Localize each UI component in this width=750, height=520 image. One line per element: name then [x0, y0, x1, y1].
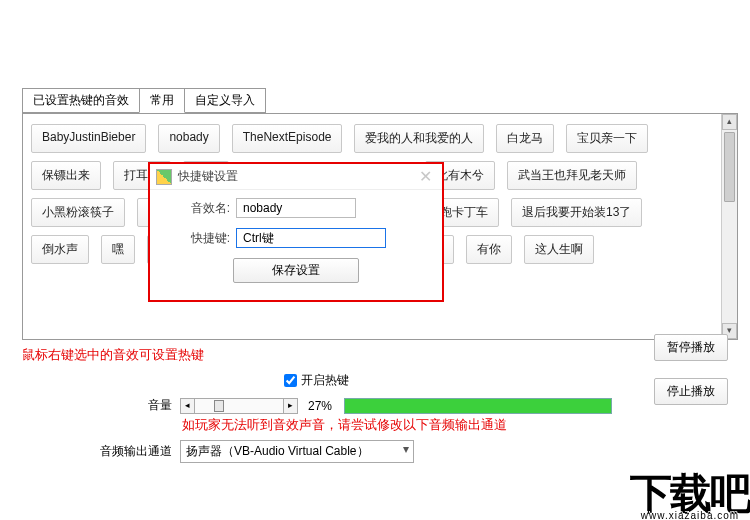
- save-button[interactable]: 保存设置: [233, 258, 359, 283]
- volume-label: 音量: [148, 397, 172, 414]
- hint-rightclick: 鼠标右键选中的音效可设置热键: [22, 346, 738, 364]
- enable-hotkey-label: 开启热键: [301, 372, 349, 389]
- sound-effect-button[interactable]: 武当王也拜见老天师: [507, 161, 637, 190]
- hint-audio-output: 如玩家无法听到音效声音，请尝试修改以下音频输出通道: [182, 416, 738, 434]
- app-icon: [156, 169, 172, 185]
- sound-effect-button[interactable]: 白龙马: [496, 124, 554, 153]
- soundname-label: 音效名:: [164, 200, 230, 217]
- sound-effect-button[interactable]: 退后我要开始装13了: [511, 198, 642, 227]
- tab-bar: 已设置热键的音效 常用 自定义导入: [22, 88, 738, 114]
- dialog-title: 快捷键设置: [178, 168, 238, 185]
- sound-effect-button[interactable]: 宝贝亲一下: [566, 124, 648, 153]
- stop-button[interactable]: 停止播放: [654, 378, 728, 405]
- hotkey-label: 快捷键:: [164, 230, 230, 247]
- scroll-up[interactable]: ▴: [722, 114, 737, 130]
- hotkey-dialog: 快捷键设置 ✕ 音效名: 快捷键: 保存设置: [148, 162, 444, 302]
- sound-effect-button[interactable]: 保镖出来: [31, 161, 101, 190]
- sound-effect-button[interactable]: 爱我的人和我爱的人: [354, 124, 484, 153]
- hotkey-input[interactable]: [236, 228, 386, 248]
- sound-effect-button[interactable]: 这人生啊: [524, 235, 594, 264]
- sound-effect-button[interactable]: TheNextEpisode: [232, 124, 343, 153]
- soundname-input[interactable]: [236, 198, 356, 218]
- volume-slider[interactable]: ◂ ▸: [180, 398, 298, 414]
- volume-value: 27%: [308, 399, 332, 413]
- volume-increase[interactable]: ▸: [283, 399, 297, 413]
- enable-hotkey-checkbox[interactable]: [284, 374, 297, 387]
- close-icon[interactable]: ✕: [415, 167, 436, 186]
- sound-effect-button[interactable]: nobady: [158, 124, 219, 153]
- watermark: 下载吧 www.xiazaiba.com: [630, 475, 750, 520]
- tab-hotkey-sounds[interactable]: 已设置热键的音效: [22, 88, 140, 113]
- sound-effect-button[interactable]: BabyJustinBieber: [31, 124, 146, 153]
- progress-bar: [344, 398, 612, 414]
- scroll-thumb[interactable]: [724, 132, 735, 202]
- pause-button[interactable]: 暂停播放: [654, 334, 728, 361]
- sound-effect-button[interactable]: 倒水声: [31, 235, 89, 264]
- tab-common[interactable]: 常用: [139, 88, 185, 113]
- volume-decrease[interactable]: ◂: [181, 399, 195, 413]
- sound-effect-button[interactable]: 嘿: [101, 235, 135, 264]
- scrollbar[interactable]: ▴ ▾: [721, 114, 737, 339]
- output-select[interactable]: 扬声器（VB-Audio Virtual Cable）: [180, 440, 414, 463]
- tab-custom-import[interactable]: 自定义导入: [184, 88, 266, 113]
- sound-effect-button[interactable]: 有你: [466, 235, 512, 264]
- output-label: 音频输出通道: [100, 443, 172, 460]
- sound-effect-button[interactable]: 小黑粉滚筷子: [31, 198, 125, 227]
